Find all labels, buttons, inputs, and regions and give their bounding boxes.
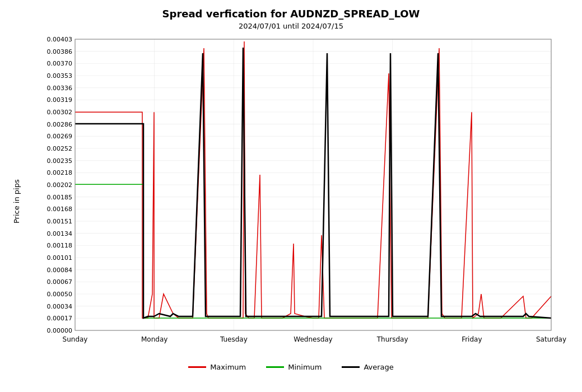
svg-text:0.00353: 0.00353 [46, 72, 72, 80]
legend-label-maximum: Maximum [210, 363, 246, 371]
svg-text:0.00185: 0.00185 [46, 194, 72, 201]
svg-text:0.00151: 0.00151 [46, 218, 72, 225]
svg-text:0.00235: 0.00235 [46, 157, 72, 165]
svg-text:0.00218: 0.00218 [46, 169, 72, 176]
svg-text:0.00000: 0.00000 [46, 327, 72, 334]
legend-line-average [342, 366, 360, 368]
svg-text:0.00336: 0.00336 [46, 85, 72, 92]
legend-label-average: Average [364, 363, 393, 371]
chart-wrap: Price in pips [8, 34, 574, 358]
chart-legend: Maximum Minimum Average [188, 363, 394, 371]
svg-text:0.00370: 0.00370 [46, 60, 72, 67]
y-axis-label: Price in pips [8, 45, 24, 358]
svg-text:Friday: Friday [462, 335, 482, 343]
svg-text:Monday: Monday [141, 335, 167, 343]
svg-text:0.00319: 0.00319 [46, 96, 72, 104]
svg-text:Saturday: Saturday [536, 335, 566, 343]
svg-text:0.00302: 0.00302 [46, 109, 72, 116]
svg-text:0.00101: 0.00101 [46, 254, 72, 262]
chart-inner: 0.00403 0.00386 0.00370 0.00353 0.00336 … [24, 34, 574, 358]
svg-text:0.00252: 0.00252 [46, 145, 72, 152]
svg-text:0.00034: 0.00034 [46, 303, 72, 310]
chart-container: Spread verfication for AUDNZD_SPREAD_LOW… [0, 0, 582, 392]
svg-text:0.00386: 0.00386 [46, 48, 72, 55]
svg-text:0.00134: 0.00134 [46, 230, 72, 237]
svg-text:Sunday: Sunday [62, 335, 87, 343]
legend-label-minimum: Minimum [288, 363, 322, 371]
legend-line-minimum [266, 366, 284, 368]
legend-item-average: Average [342, 363, 393, 371]
svg-text:0.00403: 0.00403 [46, 36, 72, 43]
svg-text:0.00202: 0.00202 [46, 181, 72, 189]
svg-text:0.00269: 0.00269 [46, 133, 72, 140]
chart-subtitle: 2024/07/01 until 2024/07/15 [239, 22, 343, 30]
main-chart-svg: 0.00403 0.00386 0.00370 0.00353 0.00336 … [24, 34, 574, 358]
svg-text:Wednesday: Wednesday [294, 335, 332, 343]
svg-text:0.00168: 0.00168 [46, 206, 72, 213]
svg-text:0.00084: 0.00084 [46, 267, 72, 274]
svg-text:0.00050: 0.00050 [46, 291, 72, 298]
legend-item-minimum: Minimum [266, 363, 322, 371]
legend-line-maximum [188, 366, 206, 368]
svg-text:0.00067: 0.00067 [46, 278, 72, 286]
svg-text:Tuesday: Tuesday [219, 335, 247, 343]
svg-text:0.00286: 0.00286 [46, 121, 72, 128]
svg-text:0.00017: 0.00017 [46, 315, 72, 322]
svg-text:0.00118: 0.00118 [46, 242, 72, 249]
svg-text:Thursday: Thursday [376, 335, 408, 343]
legend-item-maximum: Maximum [188, 363, 246, 371]
chart-title: Spread verfication for AUDNZD_SPREAD_LOW [162, 8, 420, 20]
